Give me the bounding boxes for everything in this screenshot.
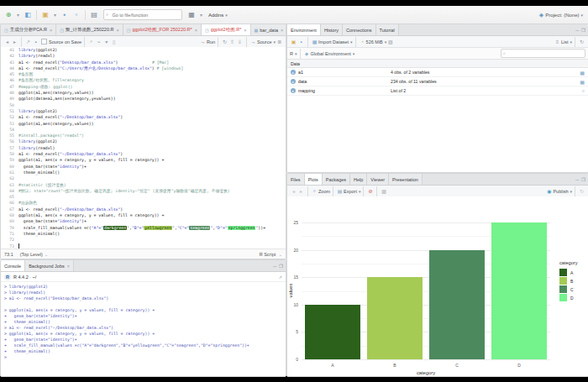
addins-menu[interactable]: Addins xyxy=(208,13,223,18)
plots-tab[interactable]: Plots xyxy=(305,174,323,185)
expand-object-icon[interactable]: ▸ xyxy=(291,79,296,84)
publish-button[interactable]: Publish xyxy=(553,189,568,194)
remove-plot-icon[interactable]: ⊘ xyxy=(367,187,373,196)
plots-tab[interactable]: Viewer xyxy=(367,174,389,185)
console-line: + geom_bar(stat="identity")+ xyxy=(4,313,286,319)
memory-usage-button[interactable]: 526 MiB xyxy=(366,39,383,44)
source-on-save-checkbox[interactable] xyxy=(41,39,47,44)
plot-forward-icon[interactable]: ▸ xyxy=(298,187,304,196)
minimize-pane-icon[interactable]: ─ xyxy=(575,28,579,33)
code-tools-icon[interactable]: ⌁ xyxy=(96,38,102,46)
new-project-icon[interactable]: ◧ xyxy=(23,10,33,20)
outline-icon[interactable]: ≣ xyxy=(276,38,282,46)
legend-swatch-D xyxy=(559,294,567,301)
editor-tab[interactable]: ◳ggplot2绘图_FOR 250220.R*× xyxy=(123,24,202,35)
project-selector[interactable]: ◈ Project: (None) ▾ xyxy=(539,12,583,18)
refresh-icon[interactable]: ↻ xyxy=(579,38,585,46)
load-workspace-icon[interactable]: ▣ xyxy=(291,38,297,46)
code-editor[interactable]: 41library(ggplot2)42library(readxl)43a1 … xyxy=(1,47,286,249)
code-text: ggplot(a1,aes(category,values)) xyxy=(18,90,94,96)
environment-tab[interactable]: Tutorial xyxy=(376,24,399,35)
editor-tab[interactable]: ◳ggplot2绘图.R*× xyxy=(202,24,251,35)
nav-forward-icon[interactable]: ▸ xyxy=(12,38,18,46)
plot-refresh-icon[interactable]: ↻ xyxy=(579,187,585,196)
open-caret-icon[interactable]: ▾ xyxy=(52,10,58,20)
plots-tab[interactable]: Presentation xyxy=(389,174,423,185)
maximize-pane-icon[interactable]: ❐ xyxy=(581,177,585,182)
clear-objects-icon[interactable]: ▨ xyxy=(387,38,393,46)
editor-tab[interactable]: ◳聚_计算函数_250220.R× xyxy=(56,24,123,35)
zoom-button[interactable]: Zoom xyxy=(318,189,330,194)
inspect-object-icon[interactable]: ⌕ xyxy=(582,88,585,94)
minimize-pane-icon[interactable]: ─ xyxy=(575,177,579,182)
import-dataset-button[interactable]: Import Dataset xyxy=(318,39,349,44)
new-file-icon[interactable]: ⊕ xyxy=(3,10,13,20)
environment-selector[interactable]: Global Environment xyxy=(311,51,351,56)
compile-report-icon[interactable]: ▯ xyxy=(111,38,117,46)
code-token: #条形图/柱状图, fill=category xyxy=(18,78,84,82)
scope-indicator[interactable]: (Top Level) xyxy=(20,252,43,257)
close-tab-icon[interactable]: × xyxy=(50,28,52,33)
new-file-caret-icon[interactable]: ▾ xyxy=(15,10,21,20)
plot-back-icon[interactable]: ◂ xyxy=(291,187,297,196)
maximize-pane-icon[interactable]: ❐ xyxy=(279,264,283,269)
environment-tab[interactable]: Environment xyxy=(287,24,321,35)
save-workspace-icon[interactable]: ▪ xyxy=(298,38,304,46)
legend-label: A xyxy=(570,270,573,275)
shortcuts-caret-icon[interactable]: ▾ xyxy=(198,10,204,20)
code-text: library(ggplot2) xyxy=(18,139,57,144)
environment-search-box[interactable]: ⌕ xyxy=(501,49,585,58)
maximize-pane-icon[interactable]: ❐ xyxy=(581,28,585,33)
rerun-icon[interactable]: ↻ xyxy=(222,38,228,46)
keyboard-shortcuts-icon[interactable]: ▦ xyxy=(186,10,197,20)
print-icon[interactable]: ▤ xyxy=(89,10,99,20)
run-button[interactable]: Run xyxy=(207,39,215,44)
popout-icon[interactable]: ↗ xyxy=(25,38,31,46)
console-tab[interactable]: Console xyxy=(1,260,25,271)
editor-tab[interactable]: ◳主成分分析PCA.R× xyxy=(1,24,56,35)
list-view-button[interactable]: List xyxy=(561,39,569,44)
environment-tab[interactable]: History xyxy=(321,24,343,35)
editor-tab[interactable]: ▦bar_data× xyxy=(251,24,286,35)
minimize-pane-icon[interactable]: ─ xyxy=(273,264,276,269)
plots-tab[interactable]: Help xyxy=(350,174,367,185)
environment-object-row[interactable]: ▸mappingList of 2⌕ xyxy=(287,86,588,96)
console-popout-icon[interactable]: ↗ xyxy=(279,275,282,280)
plots-toolbar: ◂ ▸ ⌕ Zoom ▤ Export ▾ ⊘ ▨ ◉ Publish ▾ ↻ xyxy=(287,186,588,197)
view-table-icon[interactable]: ▦ xyxy=(580,79,585,85)
close-tab-icon[interactable]: × xyxy=(244,28,246,33)
close-tab-icon[interactable]: × xyxy=(281,28,283,33)
save-icon[interactable]: ▪ xyxy=(60,10,70,20)
goto-file-input[interactable] xyxy=(110,12,180,18)
environment-object-row[interactable]: ▸data234 obs. of 11 variables▦ xyxy=(287,77,588,86)
nav-back-icon[interactable]: ◂ xyxy=(4,38,10,46)
run-up-icon[interactable]: ⇧ xyxy=(229,38,235,46)
open-folder-icon[interactable]: ▣ xyxy=(40,10,50,20)
expand-object-icon[interactable]: ▸ xyxy=(291,88,296,93)
console-tab[interactable]: Background Jobs× xyxy=(25,260,74,271)
plots-tab[interactable]: Files xyxy=(287,174,305,185)
code-tools-caret-icon[interactable]: ▾ xyxy=(103,38,109,46)
expand-object-icon[interactable]: ▸ xyxy=(291,70,296,75)
view-table-icon[interactable]: ▦ xyxy=(580,70,585,76)
save-all-icon[interactable]: ▫ xyxy=(71,10,81,20)
project-label: Project: (None) xyxy=(545,13,579,18)
environment-object-row[interactable]: ▸a14 obs. of 2 variables▦ xyxy=(287,68,588,77)
find-icon[interactable]: ⌕ xyxy=(88,38,94,46)
close-tab-icon[interactable]: × xyxy=(67,264,70,269)
plots-tab[interactable]: Packages xyxy=(323,174,350,185)
divider xyxy=(246,37,247,47)
code-line: 44a1 <- read_excel("C:/Users/用户名/Desktop… xyxy=(1,65,286,71)
source-button[interactable]: Source xyxy=(257,39,271,44)
file-type-indicator[interactable]: R Script xyxy=(260,252,276,257)
close-tab-icon[interactable]: × xyxy=(195,28,197,33)
goto-file-box[interactable]: ⌕ xyxy=(103,9,182,20)
environment-tab[interactable]: Connections xyxy=(343,24,376,35)
console-output[interactable]: > library(ggplot2)> library(readxl)> a1 … xyxy=(1,282,286,360)
close-tab-icon[interactable]: × xyxy=(116,28,118,33)
run-down-icon[interactable]: ⇩ xyxy=(237,38,243,46)
language-selector[interactable]: R xyxy=(290,51,293,56)
export-button[interactable]: Export xyxy=(344,189,357,194)
save-file-icon[interactable]: ▪ xyxy=(33,38,39,46)
clear-plots-icon[interactable]: ▨ xyxy=(381,187,386,196)
